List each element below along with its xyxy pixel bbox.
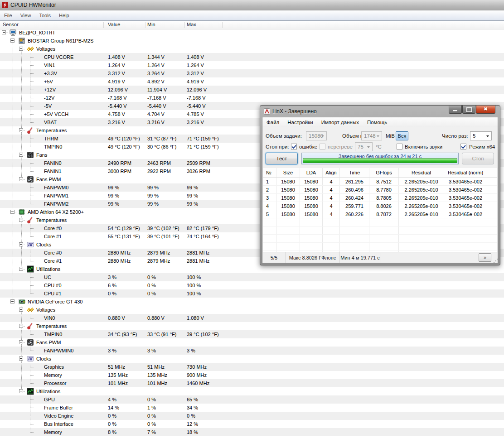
menu-file[interactable]: Файл xyxy=(262,118,283,126)
sensor-max: 18 % xyxy=(187,428,198,436)
sensor-row[interactable]: +12V12.096 V11.904 V12.096 V xyxy=(0,86,504,94)
table-header-cell[interactable]: Residual (norm) xyxy=(444,168,487,177)
collapse-toggle-icon[interactable] xyxy=(17,126,26,135)
sensor-row[interactable]: CPU VCORE1.408 V1.344 V1.408 V xyxy=(0,53,504,61)
menu-help[interactable]: Помощь xyxy=(363,118,391,126)
sensor-row[interactable]: Processor101 MHz101 MHz1460 MHz xyxy=(0,379,504,387)
sensor-max: 99 % xyxy=(187,192,198,200)
sounds-checkbox[interactable] xyxy=(397,144,402,149)
result-row[interactable]: 315080150804260.4248.78052.265205e-0103.… xyxy=(263,194,497,202)
collapse-toggle-icon[interactable] xyxy=(9,298,17,306)
collapse-toggle-icon[interactable] xyxy=(17,45,26,53)
tree-node[interactable]: Utilizations xyxy=(0,265,504,273)
menu-tools[interactable]: Tools xyxy=(35,11,55,19)
column-header-value[interactable]: Value xyxy=(108,22,120,27)
column-header-max[interactable]: Max xyxy=(187,22,196,27)
tree-node[interactable]: Voltages xyxy=(0,45,504,53)
collapse-toggle-icon[interactable] xyxy=(17,355,26,363)
hwmonitor-titlebar[interactable]: CPUID HWMonitor xyxy=(0,0,504,10)
tree-node[interactable]: Clocks xyxy=(0,355,504,363)
collapse-toggle-icon[interactable] xyxy=(17,387,26,395)
table-header-cell[interactable]: GFlops xyxy=(369,168,399,177)
table-header-cell[interactable]: Align xyxy=(323,168,340,177)
sensor-row[interactable]: Frame Buffer14 %1 %34 % xyxy=(0,404,504,412)
sensor-row[interactable]: Memory8 %7 %18 % xyxy=(0,428,504,436)
column-header-min[interactable]: Min xyxy=(147,22,155,27)
collapse-toggle-icon[interactable] xyxy=(17,241,26,249)
menu-file[interactable]: File xyxy=(0,11,16,19)
table-cell xyxy=(300,235,323,242)
sensor-row[interactable]: VIN11.264 V1.264 V1.264 V xyxy=(0,61,504,69)
menu-settings[interactable]: Настройки xyxy=(283,118,317,126)
collapse-toggle-icon[interactable] xyxy=(17,306,26,314)
collapse-toggle-icon[interactable] xyxy=(17,151,26,159)
all-memory-button[interactable]: Вся xyxy=(396,131,408,140)
tree-node[interactable]: NVIDIA GeForce GT 430 xyxy=(0,298,504,306)
result-row[interactable]: 215080150804260.4968.77802.265205e-0103.… xyxy=(263,186,497,194)
sensor-min: 7 % xyxy=(147,428,156,436)
tree-connector xyxy=(26,167,34,175)
tree-guide xyxy=(9,420,17,428)
sensor-row[interactable]: CPU #10 %0 %100 % xyxy=(0,289,504,298)
table-header-cell[interactable]: Residual xyxy=(399,168,444,177)
result-row[interactable]: 515080150804260.2268.78722.265205e-0103.… xyxy=(263,210,497,218)
sensor-row[interactable]: -12V-7.168 V-7.168 V-7.168 V xyxy=(0,94,504,102)
sensor-max: -7.168 V xyxy=(187,94,206,102)
sensor-row[interactable]: +3.3V3.312 V3.264 V3.312 V xyxy=(0,69,504,77)
expand-stats-button[interactable]: » xyxy=(479,253,491,262)
table-header-cell[interactable]: Time xyxy=(340,168,369,177)
table-header-cell[interactable]: Size xyxy=(276,168,300,177)
result-row[interactable]: 415080150804259.7718.80262.265205e-0103.… xyxy=(263,202,497,210)
sensor-max: 1460 MHz xyxy=(187,379,209,387)
minimize-button[interactable] xyxy=(449,106,462,114)
tree-node[interactable]: Voltages xyxy=(0,306,504,314)
result-row[interactable]: 115080150804261.2958.75122.265205e-0103.… xyxy=(263,178,497,186)
tree-node[interactable]: Utilizations xyxy=(0,387,504,395)
tree-guide xyxy=(0,265,9,273)
collapse-toggle-icon[interactable] xyxy=(9,208,17,216)
column-divider[interactable] xyxy=(222,22,223,28)
linx-action-row: Тест Завершено без ошибок за 24 м 21 с С… xyxy=(262,152,498,168)
column-header-sensor[interactable]: Sensor xyxy=(3,22,19,27)
column-divider[interactable] xyxy=(145,22,145,28)
sensor-row[interactable]: Video Engine0 %0 %0 % xyxy=(0,412,504,420)
sensor-row[interactable]: Bus Interface0 %0 %12 % xyxy=(0,420,504,428)
sensor-row[interactable]: +5V4.919 V4.892 V4.919 V xyxy=(0,77,504,86)
close-button[interactable] xyxy=(476,106,495,114)
menu-import[interactable]: Импорт данных xyxy=(317,118,363,126)
resize-grip-icon[interactable] xyxy=(495,260,496,261)
menu-view[interactable]: View xyxy=(16,11,35,19)
collapse-toggle-icon[interactable] xyxy=(17,322,26,330)
tree-node[interactable]: BIOSTAR Group N61PB-M2S xyxy=(0,37,504,45)
sensor-row[interactable]: TMPIN034 °C (93 °F)33 °C (91 °F)39 °C (1… xyxy=(0,330,504,338)
sensor-row[interactable]: VIN00.880 V0.880 V1.080 V xyxy=(0,314,504,322)
sensor-row[interactable]: UC3 %0 %100 % xyxy=(0,273,504,281)
tree-node[interactable]: Fans PWM xyxy=(0,338,504,347)
test-button[interactable]: Тест xyxy=(266,153,298,164)
sensor-row[interactable]: FANPWMIN03 %3 %3 % xyxy=(0,347,504,355)
sensor-row[interactable]: Graphics51 MHz51 MHz730 MHz xyxy=(0,363,504,371)
menu-help[interactable]: Help xyxy=(55,11,73,19)
collapse-toggle-icon[interactable] xyxy=(17,338,26,347)
sensor-row[interactable]: CPU #06 %0 %100 % xyxy=(0,281,504,289)
sensor-row[interactable]: Memory135 MHz135 MHz900 MHz xyxy=(0,371,504,379)
collapse-toggle-icon[interactable] xyxy=(17,175,26,183)
column-divider[interactable] xyxy=(103,22,104,28)
table-header-cell[interactable]: № xyxy=(263,168,276,177)
x64-mode-checkbox[interactable] xyxy=(460,144,466,149)
maximize-button[interactable] xyxy=(462,106,475,114)
collapse-toggle-icon[interactable] xyxy=(17,216,26,224)
collapse-toggle-icon[interactable] xyxy=(9,37,17,45)
sensor-row[interactable]: GPU4 %0 %65 % xyxy=(0,395,504,404)
table-cell xyxy=(300,218,323,226)
collapse-toggle-icon[interactable] xyxy=(17,265,26,273)
tree-node[interactable]: Temperatures xyxy=(0,322,504,330)
run-count-combo[interactable]: 5 xyxy=(470,131,492,140)
tree-guide xyxy=(0,126,9,135)
collapse-toggle-icon[interactable] xyxy=(0,29,9,37)
table-cell xyxy=(300,243,323,250)
stop-on-error-checkbox[interactable] xyxy=(291,144,297,149)
table-header-cell[interactable]: LDA xyxy=(300,168,323,177)
column-divider[interactable] xyxy=(184,22,185,28)
tree-node[interactable]: ВЕДРО_КОТЯТ xyxy=(0,29,504,37)
